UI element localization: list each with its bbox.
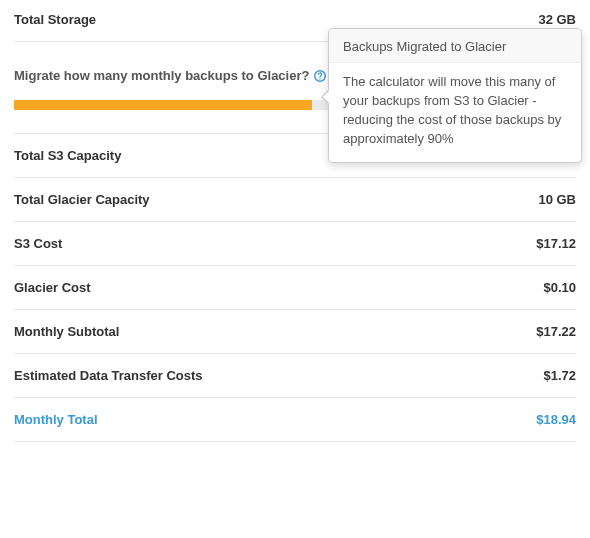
row-glacier-cost: Glacier Cost $0.10 [14,266,576,310]
row-monthly-total: Monthly Total $18.94 [14,398,576,442]
label-total-storage: Total Storage [14,12,96,27]
value-glacier-capacity: 10 GB [538,192,576,207]
value-glacier-cost: $0.10 [543,280,576,295]
value-total-storage: 32 GB [538,12,576,27]
value-subtotal: $17.22 [536,324,576,339]
svg-point-1 [320,78,321,79]
label-transfer: Estimated Data Transfer Costs [14,368,203,383]
slider-label: Migrate how many monthly backups to Glac… [14,68,309,83]
value-monthly-total: $18.94 [536,412,576,427]
tooltip: Backups Migrated to Glacier The calculat… [328,28,582,163]
row-s3-cost: S3 Cost $17.12 [14,222,576,266]
tooltip-title: Backups Migrated to Glacier [329,29,581,63]
tooltip-body: The calculator will move this many of yo… [329,63,581,162]
label-subtotal: Monthly Subtotal [14,324,119,339]
label-glacier-capacity: Total Glacier Capacity [14,192,150,207]
value-transfer: $1.72 [543,368,576,383]
slider-fill [14,100,312,110]
label-s3-cost: S3 Cost [14,236,62,251]
value-s3-cost: $17.12 [536,236,576,251]
row-glacier-capacity: Total Glacier Capacity 10 GB [14,178,576,222]
row-subtotal: Monthly Subtotal $17.22 [14,310,576,354]
row-transfer: Estimated Data Transfer Costs $1.72 [14,354,576,398]
label-s3-capacity: Total S3 Capacity [14,148,121,163]
help-icon[interactable] [313,69,327,83]
label-glacier-cost: Glacier Cost [14,280,91,295]
label-monthly-total: Monthly Total [14,412,98,427]
